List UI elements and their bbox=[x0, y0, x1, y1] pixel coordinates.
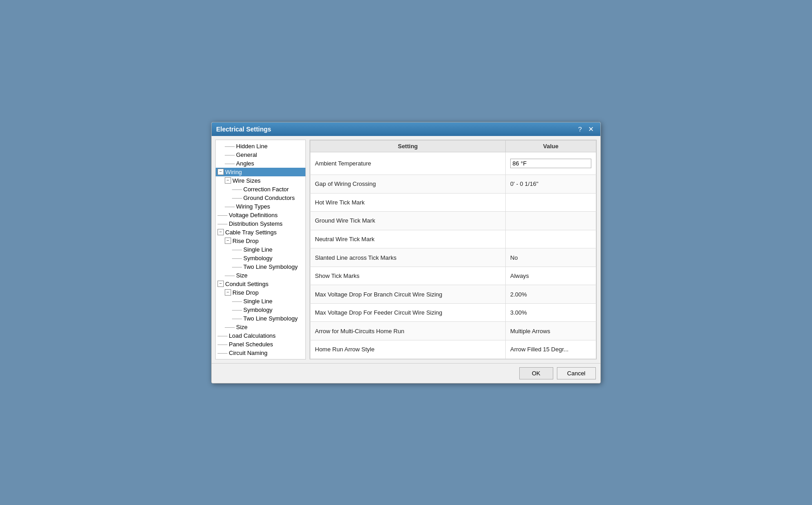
value-cell[interactable] bbox=[506, 152, 596, 175]
setting-cell: Neutral Wire Tick Mark bbox=[310, 230, 506, 248]
value-cell bbox=[506, 193, 596, 212]
expander-icon[interactable]: − bbox=[218, 229, 224, 235]
tree-item-ground-conductors[interactable]: ——Ground Conductors bbox=[216, 194, 305, 202]
tree-item-distribution-systems[interactable]: ——Distribution Systems bbox=[216, 219, 305, 228]
tree-item-label: Rise Drop bbox=[232, 289, 259, 296]
tree-item-two-line-symbology-cable[interactable]: ——Two Line Symbology bbox=[216, 262, 305, 271]
tree-item-label: Size bbox=[236, 272, 247, 279]
dash-connector: —— bbox=[232, 298, 242, 304]
ok-button[interactable]: OK bbox=[519, 367, 553, 379]
tree-item-rise-drop-conduit[interactable]: −Rise Drop bbox=[216, 288, 305, 297]
expander-icon[interactable]: − bbox=[218, 169, 224, 175]
tree-item-label: Cable Tray Settings bbox=[225, 229, 276, 236]
dash-connector: —— bbox=[232, 247, 242, 252]
dash-connector: —— bbox=[232, 195, 242, 200]
dash-connector: —— bbox=[232, 316, 242, 321]
dialog-footer: OK Cancel bbox=[212, 363, 600, 383]
table-row: Ambient Temperature bbox=[310, 152, 596, 175]
tree-item-symbology-conduit[interactable]: ——Symbology bbox=[216, 306, 305, 314]
tree-item-label: Voltage Definitions bbox=[229, 212, 278, 219]
tree-item-label: Correction Factor bbox=[243, 186, 289, 193]
tree-item-label: Symbology bbox=[243, 306, 272, 313]
expander-icon[interactable]: − bbox=[225, 177, 231, 184]
tree-item-wire-sizes[interactable]: −Wire Sizes bbox=[216, 176, 305, 185]
value-cell bbox=[506, 212, 596, 230]
close-button[interactable]: ✕ bbox=[586, 126, 596, 132]
tree-item-label: Size bbox=[236, 324, 247, 330]
value-cell: 3.00% bbox=[506, 303, 596, 322]
expander-icon[interactable]: − bbox=[225, 238, 231, 244]
table-row: Home Run Arrow StyleArrow Filled 15 Degr… bbox=[310, 340, 596, 359]
value-cell bbox=[506, 230, 596, 248]
setting-cell: Home Run Arrow Style bbox=[310, 340, 506, 359]
dash-connector: —— bbox=[232, 186, 242, 192]
cancel-button[interactable]: Cancel bbox=[557, 367, 596, 379]
tree-item-label: Single Line bbox=[243, 246, 272, 253]
tree-item-correction-factor[interactable]: ——Correction Factor bbox=[216, 185, 305, 194]
tree-item-size-cable[interactable]: ——Size bbox=[216, 271, 305, 280]
settings-table: Setting Value Ambient TemperatureGap of … bbox=[310, 140, 596, 359]
tree-item-angles[interactable]: ——Angles bbox=[216, 159, 305, 168]
tree-item-rise-drop-cable[interactable]: −Rise Drop bbox=[216, 237, 305, 245]
dialog-title: Electrical Settings bbox=[216, 126, 271, 133]
title-bar: Electrical Settings ? ✕ bbox=[212, 122, 600, 136]
setting-cell: Show Tick Marks bbox=[310, 267, 506, 285]
tree-item-label: Hidden Line bbox=[236, 143, 267, 150]
tree-item-label: Two Line Symbology bbox=[243, 315, 298, 322]
setting-cell: Max Voltage Drop For Feeder Circuit Wire… bbox=[310, 303, 506, 322]
value-input[interactable] bbox=[510, 159, 591, 168]
tree-item-two-line-symbology-conduit[interactable]: ——Two Line Symbology bbox=[216, 314, 305, 323]
dash-connector: —— bbox=[232, 264, 242, 269]
value-cell: No bbox=[506, 248, 596, 267]
tree-item-symbology-cable[interactable]: ——Symbology bbox=[216, 254, 305, 262]
tree-item-label: Load Calculations bbox=[229, 332, 276, 339]
tree-item-conduit-settings[interactable]: −Conduit Settings bbox=[216, 280, 305, 288]
help-button[interactable]: ? bbox=[576, 126, 584, 132]
tree-item-label: Panel Schedules bbox=[229, 341, 273, 348]
tree-item-label: Conduit Settings bbox=[225, 281, 268, 287]
dash-connector: —— bbox=[225, 160, 235, 166]
table-row: Arrow for Multi-Circuits Home RunMultipl… bbox=[310, 322, 596, 340]
tree-item-label: Two Line Symbology bbox=[243, 263, 298, 270]
value-cell: Arrow Filled 15 Degr... bbox=[506, 340, 596, 359]
tree-item-general[interactable]: ——General bbox=[216, 151, 305, 159]
tree-item-panel-schedules[interactable]: ——Panel Schedules bbox=[216, 340, 305, 349]
table-row: Ground Wire Tick Mark bbox=[310, 212, 596, 230]
expander-icon[interactable]: − bbox=[225, 289, 231, 296]
value-cell: Multiple Arrows bbox=[506, 322, 596, 340]
tree-panel: ——Hidden Line——General——Angles−Wiring−Wi… bbox=[215, 140, 306, 359]
table-row: Max Voltage Drop For Branch Circuit Wire… bbox=[310, 285, 596, 304]
table-row: Neutral Wire Tick Mark bbox=[310, 230, 596, 248]
tree-item-voltage-definitions[interactable]: ——Voltage Definitions bbox=[216, 211, 305, 219]
tree-item-wiring-types[interactable]: ——Wiring Types bbox=[216, 202, 305, 211]
setting-cell: Slanted Line across Tick Marks bbox=[310, 248, 506, 267]
tree-item-hidden-line[interactable]: ——Hidden Line bbox=[216, 142, 305, 151]
tree-item-label: General bbox=[236, 151, 257, 158]
tree-item-wiring[interactable]: −Wiring bbox=[216, 168, 305, 176]
dash-connector: —— bbox=[225, 204, 235, 209]
setting-cell: Max Voltage Drop For Branch Circuit Wire… bbox=[310, 285, 506, 304]
tree-item-label: Rise Drop bbox=[232, 238, 259, 244]
tree-item-single-line-cable[interactable]: ——Single Line bbox=[216, 245, 305, 254]
tree-item-label: Distribution Systems bbox=[229, 220, 282, 227]
tree-item-size-conduit[interactable]: ——Size bbox=[216, 323, 305, 331]
col-value-header: Value bbox=[506, 140, 596, 152]
tree-item-load-calculations[interactable]: ——Load Calculations bbox=[216, 331, 305, 340]
tree-item-circuit-naming[interactable]: ——Circuit Naming bbox=[216, 349, 305, 357]
setting-cell: Arrow for Multi-Circuits Home Run bbox=[310, 322, 506, 340]
dash-connector: —— bbox=[232, 255, 242, 261]
tree-item-label: Symbology bbox=[243, 255, 272, 262]
dialog-body: ——Hidden Line——General——Angles−Wiring−Wi… bbox=[212, 136, 600, 363]
expander-icon[interactable]: − bbox=[218, 281, 224, 287]
tree-item-label: Single Line bbox=[243, 298, 272, 305]
table-row: Max Voltage Drop For Feeder Circuit Wire… bbox=[310, 303, 596, 322]
dash-connector: —— bbox=[218, 221, 227, 226]
dash-connector: —— bbox=[225, 143, 235, 149]
setting-cell: Ambient Temperature bbox=[310, 152, 506, 175]
dash-connector: —— bbox=[218, 350, 227, 355]
tree-item-label: Wiring Types bbox=[236, 203, 270, 210]
tree-item-cable-tray-settings[interactable]: −Cable Tray Settings bbox=[216, 228, 305, 237]
tree-item-label: Circuit Naming bbox=[229, 350, 267, 356]
tree-item-label: Wiring bbox=[225, 169, 242, 175]
tree-item-single-line-conduit[interactable]: ——Single Line bbox=[216, 297, 305, 306]
